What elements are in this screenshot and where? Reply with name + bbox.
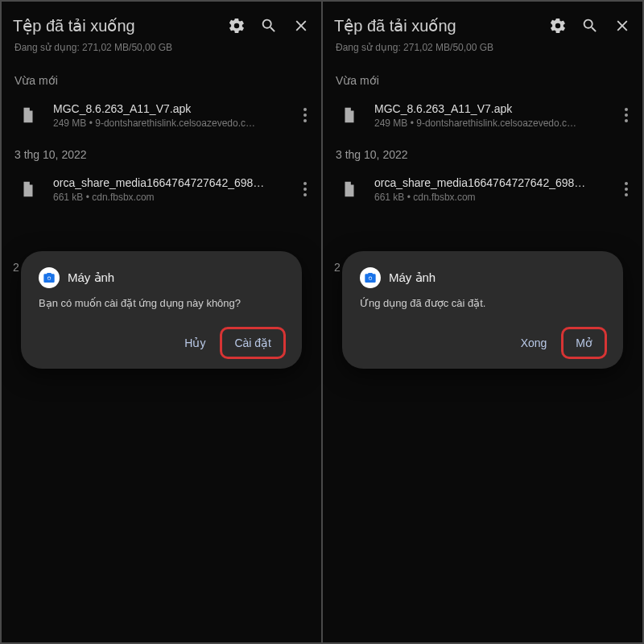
file-row[interactable]: orca_share_media1664764727642_698… 661 k… <box>323 167 642 211</box>
close-icon[interactable] <box>613 17 631 35</box>
screenshot-right: Tệp đã tải xuống Đang sử dụng: 271,02 MB… <box>323 2 642 642</box>
section-label-date: 3 thg 10, 2022 <box>2 137 321 167</box>
file-icon <box>336 101 363 129</box>
dialog-body: Bạn có muốn cài đặt ứng dụng này không? <box>39 296 284 311</box>
storage-usage: Đang sử dụng: 271,02 MB/50,00 GB <box>323 42 642 63</box>
cancel-button[interactable]: Hủy <box>171 328 218 357</box>
file-icon <box>336 175 363 203</box>
done-button[interactable]: Xong <box>508 328 560 357</box>
dialog-title: Máy ảnh <box>389 270 436 285</box>
gear-icon[interactable] <box>228 17 246 35</box>
install-dialog: Máy ảnh Bạn có muốn cài đặt ứng dụng này… <box>21 251 302 369</box>
search-icon[interactable] <box>581 17 599 35</box>
dialog-title: Máy ảnh <box>68 270 114 285</box>
file-row[interactable]: MGC_8.6.263_A11_V7.apk 249 MB • 9-dontsh… <box>323 93 642 137</box>
file-name: orca_share_media1664764727642_698… <box>374 176 615 189</box>
install-button[interactable]: Cài đặt <box>221 328 284 357</box>
screenshot-left: Tệp đã tải xuống Đang sử dụng: 271,02 MB… <box>2 2 321 642</box>
more-icon[interactable] <box>615 103 638 127</box>
section-label-peek: 2 <box>13 261 19 274</box>
file-meta: 661 kB • cdn.fbsbx.com <box>374 192 615 203</box>
file-name: orca_share_media1664764727642_698… <box>53 176 294 189</box>
storage-usage: Đang sử dụng: 271,02 MB/50,00 GB <box>2 42 321 63</box>
section-label-recent: Vừa mới <box>2 63 321 93</box>
file-meta: 249 MB • 9-dontsharethislink.celsoazeved… <box>374 118 615 129</box>
close-icon[interactable] <box>292 17 310 35</box>
appbar: Tệp đã tải xuống <box>323 2 642 42</box>
camera-icon <box>39 267 60 288</box>
file-icon <box>14 101 42 129</box>
svg-point-1 <box>47 277 50 279</box>
file-row[interactable]: orca_share_media1664764727642_698… 661 k… <box>2 167 321 211</box>
section-label-peek: 2 <box>334 261 341 274</box>
page-title: Tệp đã tải xuống <box>334 16 535 35</box>
file-name: MGC_8.6.263_A11_V7.apk <box>374 102 615 115</box>
file-name: MGC_8.6.263_A11_V7.apk <box>53 102 294 115</box>
dialog-body: Ứng dụng đã được cài đặt. <box>360 296 605 311</box>
gear-icon[interactable] <box>549 17 567 35</box>
section-label-recent: Vừa mới <box>323 63 642 93</box>
appbar: Tệp đã tải xuống <box>2 2 321 42</box>
more-icon[interactable] <box>294 103 316 127</box>
page-title: Tệp đã tải xuống <box>13 16 213 35</box>
installed-dialog: Máy ảnh Ứng dụng đã được cài đặt. Xong M… <box>342 251 623 369</box>
open-button[interactable]: Mở <box>563 328 605 357</box>
file-icon <box>14 175 42 203</box>
file-meta: 661 kB • cdn.fbsbx.com <box>53 192 294 203</box>
svg-point-3 <box>369 277 371 279</box>
more-icon[interactable] <box>294 177 316 201</box>
section-label-date: 3 thg 10, 2022 <box>323 137 642 167</box>
file-meta: 249 MB • 9-dontsharethislink.celsoazeved… <box>53 118 294 129</box>
camera-icon <box>360 267 381 288</box>
file-row[interactable]: MGC_8.6.263_A11_V7.apk 249 MB • 9-dontsh… <box>2 93 321 137</box>
more-icon[interactable] <box>615 177 638 201</box>
search-icon[interactable] <box>260 17 278 35</box>
